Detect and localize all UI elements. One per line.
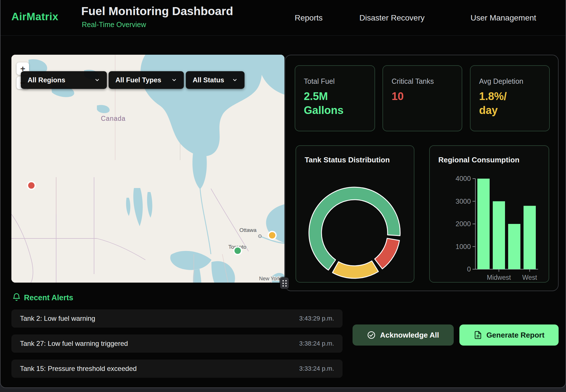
map-resize-drag-handle[interactable] [280,277,289,289]
alert-timestamp: 3:43:29 p.m. [299,315,334,322]
app-logo: AirMatrix [11,11,58,23]
chevron-down-icon [87,77,100,83]
alert-message: Tank 27: Low fuel warning triggered [20,340,128,348]
file-text-icon [474,331,482,339]
map-label-ottawa: Ottawa [239,227,257,233]
alert-timestamp: 3:33:24 p.m. [299,365,334,372]
stat-label: Total Fuel [304,77,374,85]
nav-disaster-recovery[interactable]: Disaster Recovery [359,13,425,23]
metrics-panel: Total Fuel 2.5M Gallons Critical Tanks 1… [285,55,559,291]
stat-value: 1.8%/ day [479,89,519,118]
tank-status-card: Tank Status Distribution [296,145,414,283]
svg-text:0: 0 [467,265,471,273]
stat-label: Avg Depletion [479,77,549,85]
stat-card-avg-depletion: Avg Depletion 1.8%/ day [470,65,550,131]
map-label-canada: Canada [101,115,126,122]
fuel-type-filter-dropdown[interactable]: All Fuel Types [109,71,184,89]
acknowledge-all-label: Acknowledge All [380,331,439,340]
chevron-down-icon [225,77,238,83]
page-subtitle: Real-Time Overview [82,21,146,29]
svg-text:4000: 4000 [456,175,471,182]
svg-text:2000: 2000 [456,220,471,228]
svg-text:1000: 1000 [456,243,471,250]
alert-row[interactable]: Tank 27: Low fuel warning triggered 3:38… [11,334,343,353]
svg-text:3000: 3000 [456,197,471,205]
fuel-type-filter-value: All Fuel Types [115,76,161,84]
ottawa-town-dot-core [259,236,260,236]
status-filter-value: All Status [193,76,224,84]
acknowledge-all-button[interactable]: Acknowledge All [353,324,454,346]
check-circle-icon [367,331,376,339]
regional-consumption-card: Regional Consumption 01000200030004000Mi… [429,145,549,283]
header: AirMatrix Fuel Monitoring Dashboard Real… [1,0,565,36]
region-filter-value: All Regions [28,76,65,84]
stat-value: 10 [392,89,431,103]
alert-message: Tank 2: Low fuel warning [20,315,95,322]
region-filter-dropdown[interactable]: All Regions [21,71,107,89]
svg-text:West: West [522,274,538,281]
map-canvas: Canada Ottawa Toronto New York [11,55,284,283]
regional-bar-chart: 01000200030004000MidwestWest [430,146,550,283]
stat-label: Critical Tanks [392,77,462,85]
stat-card-total-fuel: Total Fuel 2.5M Gallons [295,65,375,131]
fuel-map[interactable]: Canada Ottawa Toronto New York + − All R… [11,55,284,283]
recent-alerts-title: Recent Alerts [24,293,73,302]
status-filter-dropdown[interactable]: All Status [186,71,245,89]
dashboard-window: AirMatrix Fuel Monitoring Dashboard Real… [0,0,566,388]
chevron-down-icon [164,77,177,83]
tank-status-donut [296,146,415,283]
nav-reports[interactable]: Reports [295,13,323,23]
svg-text:Midwest: Midwest [487,274,511,281]
alert-timestamp: 3:38:24 p.m. [299,340,334,347]
generate-report-label: Generate Report [486,331,545,340]
map-label-new-york: New York [259,276,281,281]
stat-value: 2.5M Gallons [304,89,344,118]
alert-row[interactable]: Tank 15: Pressure threshold exceeded 3:3… [11,360,343,378]
nav-user-management[interactable]: User Management [471,13,536,23]
alert-row[interactable]: Tank 2: Low fuel warning 3:43:29 p.m. [11,309,343,328]
page-title: Fuel Monitoring Dashboard [81,5,233,18]
alert-message: Tank 15: Pressure threshold exceeded [20,365,137,373]
bell-icon [12,293,21,303]
stat-card-critical-tanks: Critical Tanks 10 [382,65,462,131]
generate-report-button[interactable]: Generate Report [459,324,559,346]
